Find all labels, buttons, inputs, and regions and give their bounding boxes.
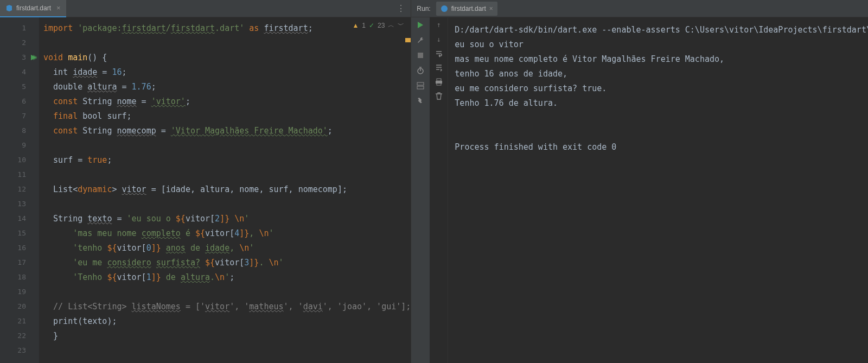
- line-number: 5: [22, 82, 26, 91]
- run-label: Run:: [417, 5, 430, 12]
- svg-rect-10: [437, 79, 441, 81]
- console-line: mas meu nome completo é Vitor Magalhães …: [455, 54, 729, 64]
- chevron-up-icon[interactable]: ︿: [388, 21, 394, 30]
- stop-icon[interactable]: [416, 51, 425, 60]
- line-number: 12: [17, 185, 26, 193]
- warning-icon: ▲: [352, 22, 359, 29]
- down-icon[interactable]: ↓: [437, 35, 441, 43]
- code-area[interactable]: ▲1 ✓23 ︿ ﹀ import 'package:firstdart/fir…: [39, 17, 411, 363]
- line-number: 11: [17, 170, 26, 179]
- pin-icon[interactable]: [416, 97, 425, 105]
- svg-rect-6: [418, 53, 423, 58]
- svg-marker-2: [33, 55, 37, 60]
- run-tab-name: firstdart.dart: [451, 5, 486, 12]
- layout-icon[interactable]: [416, 81, 425, 90]
- dart-file-icon: [5, 4, 13, 12]
- line-number: 2: [22, 39, 26, 47]
- wrench-icon[interactable]: [416, 36, 425, 44]
- scroll-end-icon[interactable]: [435, 64, 443, 72]
- svg-rect-9: [417, 86, 424, 89]
- chevron-down-icon[interactable]: ﹀: [398, 21, 404, 30]
- trash-icon[interactable]: [435, 92, 443, 100]
- console-line: eu sou o vitor: [455, 40, 528, 49]
- stopwatch-icon[interactable]: [416, 66, 425, 75]
- line-number: 10: [17, 156, 26, 164]
- line-number: 9: [22, 141, 26, 149]
- gutter: 1 2 3 4 5 6 7 8 9 10 11 12 13 14 15 16 1…: [0, 17, 39, 363]
- line-number: 3: [22, 53, 26, 61]
- line-number: 4: [22, 68, 26, 76]
- scrollbar-marker: [405, 38, 411, 42]
- console-line: Tenho 1.76 de altura.: [455, 98, 558, 108]
- line-number: 15: [17, 229, 26, 237]
- editor-panel: firstdart.dart × ⋮ 1 2 3 4 5 6 7 8 9 10 …: [0, 0, 411, 363]
- rerun-icon[interactable]: [416, 21, 425, 29]
- console-line: Process finished with exit code 0: [455, 142, 616, 152]
- console-line: D:/dart/dart-sdk/bin/dart.exe --enable-a…: [455, 25, 868, 35]
- ok-count: 23: [378, 22, 385, 29]
- editor-tab[interactable]: firstdart.dart ×: [0, 0, 66, 17]
- line-number: 18: [17, 273, 26, 281]
- tabs-menu-icon[interactable]: ⋮: [391, 3, 411, 14]
- line-number: 6: [22, 97, 26, 105]
- console-line: eu me considero surfista? true.: [455, 84, 611, 93]
- run-header: Run: firstdart.dart × —: [411, 0, 868, 17]
- line-number: 14: [17, 214, 26, 222]
- run-toolbar-secondary: ↑ ↓: [430, 17, 448, 363]
- close-icon[interactable]: ×: [489, 5, 493, 12]
- line-number: 1: [22, 24, 26, 32]
- run-panel: Run: firstdart.dart × — ↑ ↓: [411, 0, 868, 363]
- console-line: tenho 16 anos de idade,: [455, 69, 572, 79]
- inspection-hints[interactable]: ▲1 ✓23 ︿ ﹀: [352, 21, 404, 30]
- tab-filename: firstdart.dart: [16, 4, 51, 12]
- svg-marker-5: [418, 22, 423, 28]
- soft-wrap-icon[interactable]: [435, 50, 443, 58]
- svg-rect-8: [417, 82, 424, 85]
- print-icon[interactable]: [435, 78, 443, 86]
- line-number: 20: [17, 302, 26, 310]
- line-number: 16: [17, 244, 26, 252]
- check-icon: ✓: [369, 22, 374, 29]
- line-number: 7: [22, 112, 26, 120]
- line-number: 17: [17, 258, 26, 266]
- close-icon[interactable]: ×: [56, 4, 61, 12]
- run-line-icon[interactable]: [30, 54, 37, 61]
- run-toolbar-primary: [411, 17, 430, 363]
- editor-body: 1 2 3 4 5 6 7 8 9 10 11 12 13 14 15 16 1…: [0, 17, 411, 363]
- dart-run-icon: [441, 5, 448, 12]
- up-icon[interactable]: ↑: [437, 21, 441, 29]
- line-number: 21: [17, 317, 26, 325]
- line-number: 22: [17, 332, 26, 340]
- editor-tabs: firstdart.dart × ⋮: [0, 0, 411, 17]
- line-number: 8: [22, 126, 26, 135]
- run-body: ↑ ↓ D:/dart/dart-sdk/bin/dart.exe --enab…: [411, 17, 868, 363]
- line-number: 23: [17, 346, 26, 354]
- warn-count: 1: [362, 22, 366, 29]
- line-number: 13: [17, 200, 26, 208]
- run-tab[interactable]: firstdart.dart ×: [436, 2, 497, 16]
- svg-marker-0: [7, 5, 12, 11]
- console-output[interactable]: D:/dart/dart-sdk/bin/dart.exe --enable-a…: [448, 17, 868, 363]
- svg-point-3: [441, 5, 448, 12]
- line-number: 19: [17, 288, 26, 296]
